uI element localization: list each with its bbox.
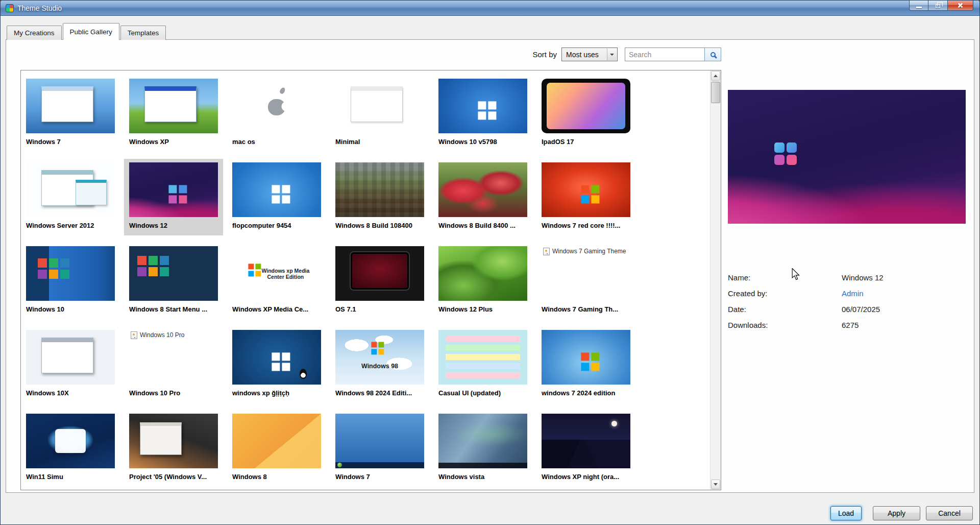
server2012-thumbnail bbox=[26, 162, 115, 217]
chevron-down-icon bbox=[714, 483, 718, 486]
gallery-item-label: Windows 8 Start Menu ... bbox=[129, 305, 218, 313]
gallery-item-windows-vista[interactable]: Windows vista bbox=[433, 410, 536, 490]
win10v-thumbnail bbox=[438, 79, 527, 133]
tab-strip: My Creations Public Gallery Templates bbox=[7, 23, 167, 40]
minimize-button[interactable] bbox=[909, 1, 928, 11]
gallery-item-label: Windows 12 Plus bbox=[438, 305, 527, 313]
gallery-item-windows-xp[interactable]: windows xp ğḷịṭçḥ bbox=[227, 326, 330, 410]
scroll-down-button[interactable] bbox=[711, 480, 720, 489]
win7_2024-thumbnail bbox=[542, 330, 630, 385]
theme-preview-image bbox=[728, 90, 966, 224]
gallery-item-windows-8[interactable]: Windows 8 bbox=[227, 410, 330, 490]
footer-bar: Load Apply Cancel bbox=[1, 493, 979, 524]
gallery-item-label: Win11 Simu bbox=[26, 473, 115, 481]
gallery-item-windows-12-plus[interactable]: Windows 12 Plus bbox=[433, 243, 536, 326]
winxp-thumbnail bbox=[129, 79, 218, 133]
name-label: Name: bbox=[728, 273, 842, 282]
cancel-button[interactable]: Cancel bbox=[926, 506, 973, 520]
gallery-item-windows-8-start-menu[interactable]: Windows 8 Start Menu ... bbox=[124, 243, 227, 326]
gallery-item-label: Windows 7 bbox=[335, 473, 424, 481]
scroll-up-button[interactable] bbox=[711, 71, 720, 81]
scroll-thumb[interactable] bbox=[711, 82, 720, 103]
search-input[interactable] bbox=[625, 47, 704, 61]
thumbnail-text: Windows xp Media Center Edition bbox=[258, 267, 313, 279]
detail-row-name: Name: Windows 12 bbox=[728, 270, 966, 285]
gallery-item-windows-7-red-core[interactable]: Windows 7 red core !!!!... bbox=[536, 159, 640, 243]
chevron-up-icon bbox=[714, 75, 718, 77]
xpglitch-thumbnail bbox=[232, 330, 321, 385]
tulips-thumbnail bbox=[438, 162, 527, 217]
vista-thumbnail bbox=[438, 414, 527, 468]
project05-thumbnail bbox=[129, 414, 218, 468]
win7gaming-thumbnail: Windows 7 Gaming Theme bbox=[542, 246, 630, 301]
gallery-item-label: Windows 8 Build 8400 ... bbox=[438, 222, 527, 229]
search-group bbox=[625, 47, 721, 61]
search-icon bbox=[710, 52, 716, 57]
gallery-item-windows-7[interactable]: Windows 7 bbox=[21, 75, 124, 159]
gallery-item-minimal[interactable]: Minimal bbox=[330, 75, 433, 159]
gallery-item-label: Project '05 (Windows V... bbox=[129, 473, 218, 481]
search-button[interactable] bbox=[704, 47, 721, 61]
gallery-item-label: Windows 10 v5798 bbox=[438, 138, 527, 146]
gallery-item-label: Windows 10X bbox=[26, 389, 115, 397]
gallery-item-windows-7-2024-edition[interactable]: windows 7 2024 edition bbox=[536, 326, 640, 410]
win10-thumbnail bbox=[26, 246, 115, 301]
gallery-item-windows-10[interactable]: Windows 10 bbox=[21, 243, 124, 326]
app-icon bbox=[6, 4, 14, 12]
gallery-item-windows-server-2012[interactable]: Windows Server 2012 bbox=[21, 159, 124, 243]
gallery-item-project-05-windows-v[interactable]: Project '05 (Windows V... bbox=[124, 410, 227, 490]
mc-thumbnail bbox=[335, 162, 424, 217]
gallery-item-casual-ui-updated[interactable]: Casual UI (updated) bbox=[433, 326, 536, 410]
tab-templates[interactable]: Templates bbox=[120, 26, 166, 40]
tab-my-creations[interactable]: My Creations bbox=[7, 26, 62, 40]
sort-dropdown[interactable]: Most uses bbox=[561, 47, 618, 61]
gallery-item-windows-12[interactable]: Windows 12 bbox=[124, 159, 227, 243]
load-button[interactable]: Load bbox=[830, 506, 862, 520]
broken-image-icon bbox=[543, 248, 550, 255]
gallery-item-windows-7[interactable]: Windows 7 bbox=[330, 410, 433, 490]
created-by-label: Created by: bbox=[728, 289, 842, 298]
close-button[interactable] bbox=[948, 1, 973, 11]
gallery-item-label: Windows 8 bbox=[232, 473, 321, 481]
gallery-item-label: Windows 7 Gaming Th... bbox=[542, 305, 630, 313]
win7desk-thumbnail bbox=[335, 414, 424, 468]
titlebar[interactable]: Theme Studio bbox=[1, 1, 979, 16]
gallery-item-os-7-1[interactable]: OS 7.1 bbox=[330, 243, 433, 326]
win10pro-thumbnail: Windows 10 Pro bbox=[129, 330, 218, 385]
scroll-track[interactable] bbox=[710, 81, 721, 479]
created-by-link[interactable]: Admin bbox=[842, 289, 864, 298]
close-icon bbox=[957, 2, 964, 9]
apply-button[interactable]: Apply bbox=[873, 506, 920, 520]
gallery-item-windows-98-2024-editi[interactable]: Windows 98 Windows 98 2024 Editi... bbox=[330, 326, 433, 410]
gallery-item-windows-xp-night-ora[interactable]: Windows XP night (ora... bbox=[536, 410, 640, 490]
gallery-item-label: Windows 8 Build 108400 bbox=[335, 222, 424, 229]
gallery-item-ipados-17[interactable]: IpadOS 17 bbox=[536, 75, 640, 159]
gallery-item-windows-10-pro[interactable]: Windows 10 Pro Windows 10 Pro bbox=[124, 326, 227, 410]
broken-image-alt-text: Windows 7 Gaming Theme bbox=[552, 248, 626, 255]
gallery-item-windows-xp-media-ce[interactable]: Windows xp Media Center Edition Windows … bbox=[227, 243, 330, 326]
gallery-item-win11-simu[interactable]: Win11 Simu bbox=[21, 410, 124, 490]
gallery-item-windows-7-gaming-th[interactable]: Windows 7 Gaming Theme Windows 7 Gaming … bbox=[536, 243, 640, 326]
gallery-item-flopcomputer-9454[interactable]: flopcomputer 9454 bbox=[227, 159, 330, 243]
gallery-item-windows-10x[interactable]: Windows 10X bbox=[21, 326, 124, 410]
win12-thumbnail bbox=[129, 162, 218, 217]
maximize-button[interactable] bbox=[928, 1, 948, 11]
gallery-item-label: Minimal bbox=[335, 138, 424, 146]
gallery-item-label: Windows 12 bbox=[129, 222, 218, 229]
gallery-item-label: windows 7 2024 edition bbox=[542, 389, 630, 397]
vertical-scrollbar[interactable] bbox=[710, 70, 721, 490]
gallery-item-windows-8-build-108400[interactable]: Windows 8 Build 108400 bbox=[330, 159, 433, 243]
gallery-item-label: Windows 10 bbox=[26, 305, 115, 313]
tab-public-gallery[interactable]: Public Gallery bbox=[63, 23, 119, 40]
gallery-item-label: Windows 98 2024 Editi... bbox=[335, 389, 424, 397]
gallery-item-windows-xp[interactable]: Windows XP bbox=[124, 75, 227, 159]
gallery-item-windows-8-build-8400[interactable]: Windows 8 Build 8400 ... bbox=[433, 159, 536, 243]
restore-icon bbox=[936, 4, 940, 8]
casual-thumbnail bbox=[438, 330, 527, 385]
gallery-item-mac-os[interactable]: mac os bbox=[227, 75, 330, 159]
sort-dropdown-value: Most uses bbox=[566, 51, 599, 59]
gallery-item-windows-10-v5798[interactable]: Windows 10 v5798 bbox=[433, 75, 536, 159]
gallery-item-label: IpadOS 17 bbox=[542, 138, 630, 146]
gallery-item-label: Casual UI (updated) bbox=[438, 389, 527, 397]
broken-image-alt-text: Windows 10 Pro bbox=[140, 331, 184, 339]
